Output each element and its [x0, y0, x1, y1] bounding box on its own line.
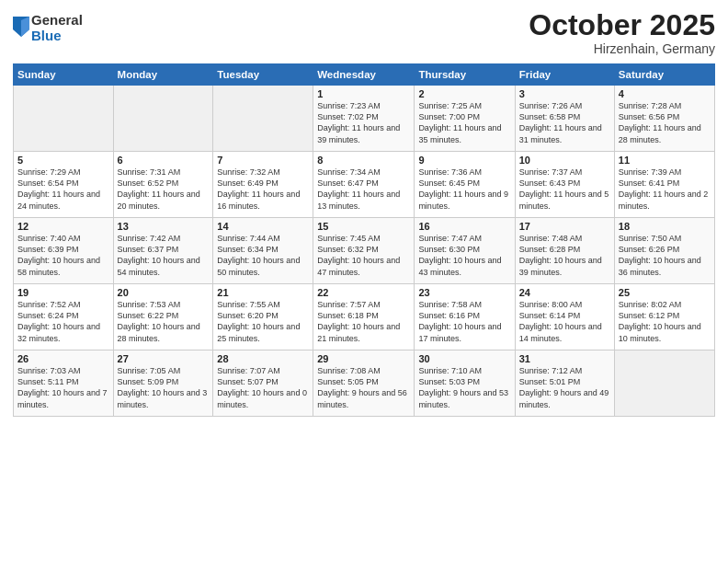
day-cell: 1Sunrise: 7:23 AM Sunset: 7:02 PM Daylig…	[313, 86, 415, 152]
day-cell: 5Sunrise: 7:29 AM Sunset: 6:54 PM Daylig…	[14, 152, 114, 218]
day-cell: 11Sunrise: 7:39 AM Sunset: 6:41 PM Dayli…	[614, 152, 714, 218]
day-cell: 12Sunrise: 7:40 AM Sunset: 6:39 PM Dayli…	[14, 218, 114, 284]
day-number: 25	[619, 287, 711, 298]
day-number: 28	[217, 353, 309, 364]
day-info: Sunrise: 8:02 AM Sunset: 6:12 PM Dayligh…	[619, 299, 711, 344]
col-header-wednesday: Wednesday	[313, 64, 415, 86]
day-info: Sunrise: 7:53 AM Sunset: 6:22 PM Dayligh…	[118, 299, 210, 344]
day-info: Sunrise: 7:55 AM Sunset: 6:20 PM Dayligh…	[217, 299, 309, 344]
day-cell	[14, 86, 114, 152]
header-row: SundayMondayTuesdayWednesdayThursdayFrid…	[14, 64, 715, 86]
day-cell: 4Sunrise: 7:28 AM Sunset: 6:56 PM Daylig…	[614, 86, 714, 152]
day-cell	[113, 86, 213, 152]
day-info: Sunrise: 7:52 AM Sunset: 6:24 PM Dayligh…	[17, 299, 109, 344]
day-cell: 20Sunrise: 7:53 AM Sunset: 6:22 PM Dayli…	[113, 284, 213, 350]
page: General Blue October 2025 Hirzenhain, Ge…	[0, 0, 728, 563]
day-number: 26	[17, 353, 109, 364]
day-number: 14	[217, 221, 309, 232]
title-block: October 2025 Hirzenhain, Germany	[529, 9, 715, 56]
day-info: Sunrise: 8:00 AM Sunset: 6:14 PM Dayligh…	[519, 299, 610, 344]
day-cell: 28Sunrise: 7:07 AM Sunset: 5:07 PM Dayli…	[213, 350, 313, 417]
logo-blue-text: Blue	[31, 29, 83, 44]
day-cell: 2Sunrise: 7:25 AM Sunset: 7:00 PM Daylig…	[415, 86, 515, 152]
day-cell: 24Sunrise: 8:00 AM Sunset: 6:14 PM Dayli…	[515, 284, 614, 350]
day-info: Sunrise: 7:08 AM Sunset: 5:05 PM Dayligh…	[317, 365, 410, 410]
day-cell: 27Sunrise: 7:05 AM Sunset: 5:09 PM Dayli…	[113, 350, 213, 417]
day-info: Sunrise: 7:26 AM Sunset: 6:58 PM Dayligh…	[519, 100, 610, 145]
day-cell: 19Sunrise: 7:52 AM Sunset: 6:24 PM Dayli…	[14, 284, 114, 350]
day-number: 8	[317, 155, 410, 166]
day-number: 19	[17, 287, 109, 298]
day-info: Sunrise: 7:44 AM Sunset: 6:34 PM Dayligh…	[217, 233, 309, 278]
day-number: 13	[118, 221, 210, 232]
month-title: October 2025	[529, 9, 715, 41]
col-header-thursday: Thursday	[415, 64, 515, 86]
day-info: Sunrise: 7:05 AM Sunset: 5:09 PM Dayligh…	[118, 365, 210, 410]
day-number: 21	[217, 287, 309, 298]
day-cell: 8Sunrise: 7:34 AM Sunset: 6:47 PM Daylig…	[313, 152, 415, 218]
col-header-saturday: Saturday	[614, 64, 714, 86]
day-number: 27	[118, 353, 210, 364]
day-number: 23	[418, 287, 510, 298]
day-info: Sunrise: 7:47 AM Sunset: 6:30 PM Dayligh…	[418, 233, 510, 278]
col-header-friday: Friday	[515, 64, 614, 86]
day-info: Sunrise: 7:50 AM Sunset: 6:26 PM Dayligh…	[619, 233, 711, 278]
col-header-tuesday: Tuesday	[213, 64, 313, 86]
day-info: Sunrise: 7:48 AM Sunset: 6:28 PM Dayligh…	[519, 233, 610, 278]
day-number: 30	[418, 353, 510, 364]
day-number: 10	[519, 155, 610, 166]
week-row-2: 5Sunrise: 7:29 AM Sunset: 6:54 PM Daylig…	[14, 152, 715, 218]
day-number: 5	[17, 155, 109, 166]
day-cell: 26Sunrise: 7:03 AM Sunset: 5:11 PM Dayli…	[14, 350, 114, 417]
day-info: Sunrise: 7:37 AM Sunset: 6:43 PM Dayligh…	[519, 167, 610, 212]
day-info: Sunrise: 7:40 AM Sunset: 6:39 PM Dayligh…	[17, 233, 109, 278]
day-number: 1	[317, 88, 410, 99]
day-cell: 13Sunrise: 7:42 AM Sunset: 6:37 PM Dayli…	[113, 218, 213, 284]
day-info: Sunrise: 7:25 AM Sunset: 7:00 PM Dayligh…	[418, 100, 510, 145]
week-row-5: 26Sunrise: 7:03 AM Sunset: 5:11 PM Dayli…	[14, 350, 715, 417]
day-info: Sunrise: 7:31 AM Sunset: 6:52 PM Dayligh…	[118, 167, 210, 212]
logo: General Blue	[13, 13, 83, 43]
day-cell: 10Sunrise: 7:37 AM Sunset: 6:43 PM Dayli…	[515, 152, 614, 218]
header: General Blue October 2025 Hirzenhain, Ge…	[13, 9, 715, 56]
day-number: 16	[418, 221, 510, 232]
day-number: 20	[118, 287, 210, 298]
day-cell: 7Sunrise: 7:32 AM Sunset: 6:49 PM Daylig…	[213, 152, 313, 218]
day-cell: 25Sunrise: 8:02 AM Sunset: 6:12 PM Dayli…	[614, 284, 714, 350]
day-info: Sunrise: 7:42 AM Sunset: 6:37 PM Dayligh…	[118, 233, 210, 278]
day-info: Sunrise: 7:29 AM Sunset: 6:54 PM Dayligh…	[17, 167, 109, 212]
day-number: 18	[619, 221, 711, 232]
day-info: Sunrise: 7:34 AM Sunset: 6:47 PM Dayligh…	[317, 167, 410, 212]
day-cell: 22Sunrise: 7:57 AM Sunset: 6:18 PM Dayli…	[313, 284, 415, 350]
day-cell	[614, 350, 714, 417]
col-header-sunday: Sunday	[14, 64, 114, 86]
day-info: Sunrise: 7:23 AM Sunset: 7:02 PM Dayligh…	[317, 100, 410, 145]
day-number: 29	[317, 353, 410, 364]
day-info: Sunrise: 7:10 AM Sunset: 5:03 PM Dayligh…	[418, 365, 510, 410]
day-cell: 6Sunrise: 7:31 AM Sunset: 6:52 PM Daylig…	[113, 152, 213, 218]
col-header-monday: Monday	[113, 64, 213, 86]
day-number: 24	[519, 287, 610, 298]
day-cell: 16Sunrise: 7:47 AM Sunset: 6:30 PM Dayli…	[415, 218, 515, 284]
day-number: 6	[118, 155, 210, 166]
day-cell: 17Sunrise: 7:48 AM Sunset: 6:28 PM Dayli…	[515, 218, 614, 284]
week-row-3: 12Sunrise: 7:40 AM Sunset: 6:39 PM Dayli…	[14, 218, 715, 284]
day-cell: 15Sunrise: 7:45 AM Sunset: 6:32 PM Dayli…	[313, 218, 415, 284]
day-cell: 31Sunrise: 7:12 AM Sunset: 5:01 PM Dayli…	[515, 350, 614, 417]
day-cell: 9Sunrise: 7:36 AM Sunset: 6:45 PM Daylig…	[415, 152, 515, 218]
location-subtitle: Hirzenhain, Germany	[529, 41, 715, 56]
week-row-4: 19Sunrise: 7:52 AM Sunset: 6:24 PM Dayli…	[14, 284, 715, 350]
day-number: 7	[217, 155, 309, 166]
day-number: 3	[519, 88, 610, 99]
logo-icon	[13, 17, 29, 37]
day-cell: 29Sunrise: 7:08 AM Sunset: 5:05 PM Dayli…	[313, 350, 415, 417]
day-info: Sunrise: 7:45 AM Sunset: 6:32 PM Dayligh…	[317, 233, 410, 278]
day-info: Sunrise: 7:03 AM Sunset: 5:11 PM Dayligh…	[17, 365, 109, 410]
day-cell	[213, 86, 313, 152]
day-cell: 18Sunrise: 7:50 AM Sunset: 6:26 PM Dayli…	[614, 218, 714, 284]
day-info: Sunrise: 7:39 AM Sunset: 6:41 PM Dayligh…	[619, 167, 711, 212]
day-number: 9	[418, 155, 510, 166]
day-cell: 3Sunrise: 7:26 AM Sunset: 6:58 PM Daylig…	[515, 86, 614, 152]
day-info: Sunrise: 7:12 AM Sunset: 5:01 PM Dayligh…	[519, 365, 610, 410]
day-number: 15	[317, 221, 410, 232]
